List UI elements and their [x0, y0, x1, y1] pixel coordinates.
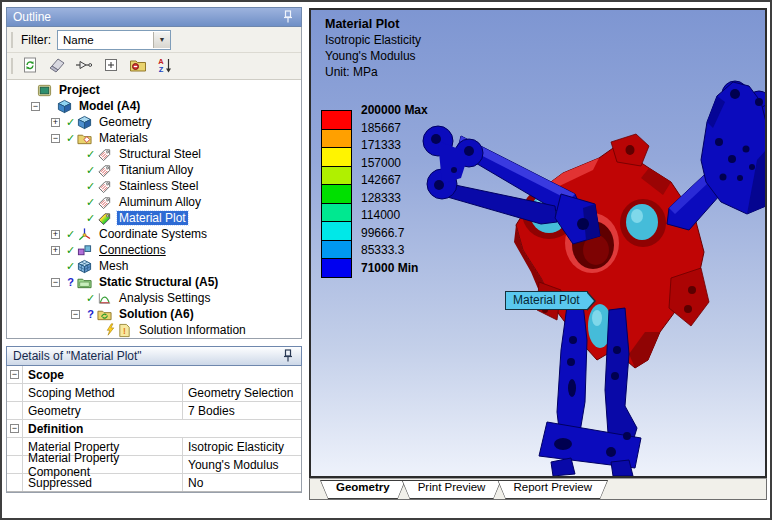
pin-icon[interactable] [283, 349, 295, 363]
pin-icon[interactable] [283, 10, 295, 24]
tree-item-label: Project [57, 83, 102, 97]
tree-item-materials[interactable]: −✓Materials [7, 130, 301, 146]
question-status-icon: ? [64, 276, 77, 288]
contour-legend: 200000 Max185667171333157000142667128333… [321, 102, 471, 282]
details-panel-title: Details of "Material Plot" [13, 349, 283, 363]
legend-band [322, 166, 351, 185]
tab-report-preview[interactable]: Report Preview [497, 480, 608, 499]
chevron-down-icon[interactable]: ▼ [153, 32, 170, 48]
details-value[interactable]: No [183, 474, 301, 491]
material-tag-icon [97, 178, 114, 194]
collapse-folder-button[interactable] [126, 54, 150, 78]
collapse-box[interactable]: − [51, 134, 60, 143]
blue-right-arm [667, 81, 765, 230]
expand-box[interactable]: + [51, 246, 60, 255]
tree-item-material-plot[interactable]: ✓Material Plot [7, 210, 301, 226]
legend-label: 71000 Min [361, 261, 418, 275]
tree-item-static-structural-a5[interactable]: −?Static Structural (A5) [7, 274, 301, 290]
outline-tree: Project−Model (A4)+✓Geometry−✓Materials✓… [7, 80, 301, 338]
details-gutter [7, 384, 23, 401]
tree-item-label: Model (A4) [77, 99, 142, 113]
tree-item-label: Connections [97, 243, 168, 257]
toolbar-grip [11, 58, 15, 74]
blue-lower-arm [539, 304, 641, 476]
plot-title: Material Plot [325, 16, 421, 32]
expand-box[interactable]: + [51, 230, 60, 239]
collapse-box[interactable]: − [71, 310, 80, 319]
material-tag-icon [97, 194, 114, 210]
tree-item-analysis-settings[interactable]: ✓Analysis Settings [7, 290, 301, 306]
tree-item-geometry[interactable]: +✓Geometry [7, 114, 301, 130]
details-value[interactable]: Isotropic Elasticity [183, 438, 301, 455]
tree-item-label: Static Structural (A5) [97, 275, 220, 289]
geometry-icon [77, 114, 94, 130]
material-plot-annotation[interactable]: Material Plot [505, 291, 588, 310]
tree-item-stainless-steel[interactable]: ✓Stainless Steel [7, 178, 301, 194]
tree-item-label: Coordinate Systems [97, 227, 209, 241]
legend-band [322, 147, 351, 166]
tree-item-model-a4[interactable]: −Model (A4) [7, 98, 301, 114]
collapse-box[interactable]: − [31, 102, 40, 111]
check-status-icon: ✓ [84, 212, 97, 225]
svg-text:!: ! [123, 326, 126, 336]
probe-filter-button[interactable] [72, 54, 96, 78]
legend-band [322, 221, 351, 240]
legend-label: 85333.3 [361, 243, 404, 257]
tree-item-project[interactable]: Project [7, 82, 301, 98]
expand-all-button[interactable] [99, 54, 123, 78]
static-structural-icon [77, 274, 94, 290]
tree-item-solution-information[interactable]: !Solution Information [7, 322, 301, 338]
details-value[interactable]: Geometry Selection [183, 384, 301, 401]
check-status-icon: ✓ [64, 132, 77, 145]
tree-item-aluminum-alloy[interactable]: ✓Aluminum Alloy [7, 194, 301, 210]
tree-item-structural-steel[interactable]: ✓Structural Steel [7, 146, 301, 162]
graphics-viewport[interactable]: Material Plot Isotropic Elasticity Young… [309, 8, 767, 478]
refresh-button[interactable] [18, 54, 42, 78]
details-row-definition: −Definition [7, 420, 301, 438]
collapse-box[interactable]: − [10, 370, 19, 379]
tree-item-coordinate-systems[interactable]: +✓Coordinate Systems [7, 226, 301, 242]
outline-panel-body: Filter: Name ▼ AZ Project−Model (A4)+✓Ge… [6, 27, 302, 339]
svg-text:Z: Z [159, 65, 164, 74]
tab-label: Geometry [320, 479, 406, 493]
tree-item-titanium-alloy[interactable]: ✓Titanium Alloy [7, 162, 301, 178]
viewport-title-block: Material Plot Isotropic Elasticity Young… [325, 16, 421, 80]
sort-button[interactable]: AZ [153, 54, 177, 78]
tab-label: Print Preview [402, 479, 502, 493]
tree-item-connections[interactable]: +✓Connections [7, 242, 301, 258]
details-row-material-property-component: Material Property ComponentYoung's Modul… [7, 456, 301, 474]
legend-label: 128333 [361, 191, 401, 205]
details-row-suppressed: SuppressedNo [7, 474, 301, 492]
plot-subtitle-component: Young's Modulus [325, 48, 421, 64]
details-row-scoping-method: Scoping MethodGeometry Selection [7, 384, 301, 402]
check-status-icon: ✓ [84, 292, 97, 305]
outline-filter-row: Filter: Name ▼ [7, 27, 301, 53]
outline-panel-title: Outline [13, 10, 283, 24]
tab-geometry[interactable]: Geometry [320, 480, 406, 499]
details-gutter [7, 474, 23, 491]
details-row-scope: −Scope [7, 366, 301, 384]
expand-box[interactable]: + [51, 118, 60, 127]
details-gutter: − [7, 420, 23, 437]
tab-print-preview[interactable]: Print Preview [402, 480, 502, 499]
legend-band [322, 184, 351, 203]
filter-label: Filter: [21, 33, 51, 47]
details-value[interactable]: 7 Bodies [183, 402, 301, 419]
collapse-box[interactable]: − [10, 424, 19, 433]
details-value[interactable]: Young's Modulus [183, 456, 301, 473]
collapse-box[interactable]: − [51, 278, 60, 287]
tab-label: Report Preview [497, 479, 608, 493]
materials-folder-icon [77, 130, 94, 146]
tree-item-mesh[interactable]: ✓Mesh [7, 258, 301, 274]
check-status-icon: ✓ [64, 228, 77, 241]
legend-band [322, 258, 351, 277]
expand-all-icon [102, 56, 120, 77]
filter-name-dropdown[interactable]: Name ▼ [57, 30, 171, 50]
tree-item-label: Solution (A6) [117, 307, 196, 321]
tree-item-solution-a6[interactable]: −?Solution (A6) [7, 306, 301, 322]
tree-item-label: Stainless Steel [117, 179, 200, 193]
mesh-icon [77, 258, 94, 274]
material-plot-tag-icon [97, 210, 114, 226]
coordinate-systems-icon [77, 226, 94, 242]
clear-data-button[interactable] [45, 54, 69, 78]
